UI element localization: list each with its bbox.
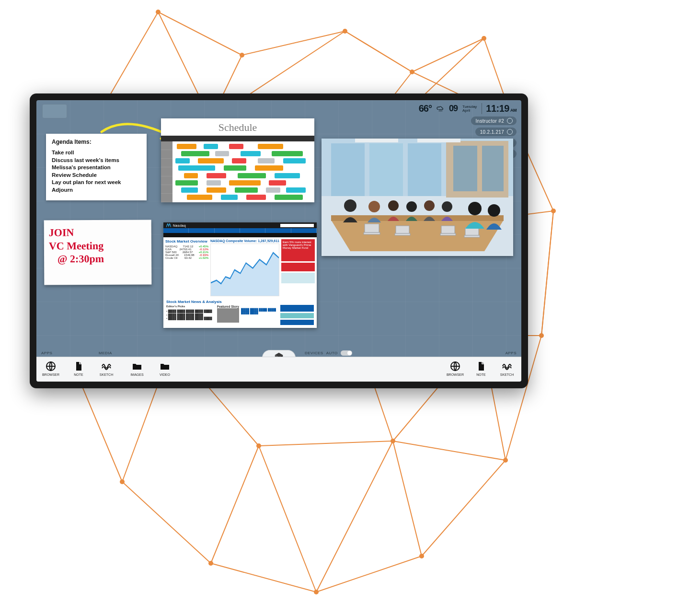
svg-point-1 — [240, 53, 244, 58]
news-blurb[interactable]: • ████ ████ ████ ████ ████ — [166, 310, 214, 314]
browser-header: Nasdaq — [163, 222, 317, 228]
dock-sketch[interactable]: SKETCH — [97, 360, 116, 376]
handnote-line: JOIN — [49, 225, 147, 239]
ad-banner[interactable]: Earn 5% more interest with Vanguard's Pr… — [281, 239, 315, 261]
svg-rect-27 — [408, 143, 441, 196]
day-label: TuesdayApril — [462, 105, 477, 113]
svg-point-48 — [488, 204, 500, 217]
agenda-item: Melissa's presentation — [52, 164, 141, 172]
sync-icon — [507, 118, 513, 124]
news-blurb[interactable]: • ████ ████ ████ ████ ████ — [166, 317, 214, 321]
dock-item-label: VIDEO — [160, 373, 170, 376]
svg-point-45 — [424, 200, 435, 211]
svg-point-8 — [503, 458, 508, 463]
doc-icon — [73, 360, 84, 372]
dock-sketch[interactable]: SKETCH — [497, 360, 517, 376]
svg-point-21 — [256, 443, 261, 448]
svg-point-47 — [468, 202, 482, 215]
svg-rect-29 — [453, 146, 477, 191]
svg-point-11 — [208, 561, 213, 566]
svg-rect-33 — [365, 224, 379, 232]
dock-note[interactable]: NOTE — [471, 360, 491, 376]
schedule-sidebar — [161, 141, 172, 202]
svg-point-7 — [539, 333, 544, 338]
browser-nav[interactable] — [163, 228, 317, 233]
ad-banner[interactable] — [281, 263, 315, 271]
dock-item-label: NOTE — [476, 373, 485, 376]
svg-point-12 — [120, 479, 125, 484]
weather-icon — [437, 105, 444, 113]
dock-item-label: SKETCH — [100, 373, 113, 376]
index-row[interactable]: Crude Oil63.42+1.02% — [165, 256, 208, 259]
dock-label-media: MEDIA — [99, 351, 112, 355]
featured-story-heading: Featured Story — [217, 305, 277, 308]
browser-search-input[interactable] — [280, 224, 314, 227]
svg-point-10 — [314, 590, 319, 594]
dock-item-label: IMAGES — [130, 373, 143, 376]
svg-rect-38 — [440, 233, 456, 235]
doc-icon — [475, 360, 487, 372]
svg-point-44 — [406, 201, 417, 212]
schedule-grid[interactable] — [172, 141, 314, 202]
schedule-title: Schedule — [161, 118, 314, 136]
dock-images[interactable]: IMAGES — [127, 360, 147, 376]
schedule-window[interactable]: Schedule — [161, 118, 314, 202]
agenda-item: Adjourn — [52, 186, 141, 194]
desktop-canvas[interactable]: 66° 09 TuesdayApril 11:19AM Instructor #… — [36, 100, 521, 382]
folder-icon — [131, 360, 143, 372]
globe-icon — [45, 360, 57, 372]
dock-video[interactable]: VIDEO — [155, 360, 174, 376]
nasdaq-logo-icon — [166, 223, 171, 227]
svg-rect-31 — [355, 139, 398, 142]
status-pill[interactable]: 10.2.1.217 — [475, 128, 517, 136]
temperature: 66° — [419, 103, 432, 114]
dock-label-apps-right: APPS — [506, 351, 517, 355]
day-number: 09 — [449, 104, 458, 114]
dock-item-label: NOTE — [74, 373, 83, 376]
agenda-item: Review Schedule — [52, 172, 141, 179]
browser-ads[interactable]: Earn 5% more interest with Vanguard's Pr… — [281, 239, 315, 296]
svg-point-4 — [482, 36, 486, 41]
svg-rect-30 — [482, 146, 504, 191]
svg-rect-26 — [369, 143, 403, 196]
svg-point-6 — [551, 209, 556, 213]
display-monitor: 66° 09 TuesdayApril 11:19AM Instructor #… — [30, 93, 528, 388]
conference-room-illustration — [322, 139, 513, 256]
browser-brand: Nasdaq — [173, 224, 186, 227]
folder-icon — [159, 360, 171, 372]
svg-rect-32 — [417, 139, 460, 142]
news-side-buttons[interactable] — [280, 305, 314, 325]
agenda-note[interactable]: Agenda Items: Take rollDiscuss last week… — [46, 134, 147, 200]
overview-heading: Stock Market Overview — [165, 239, 208, 244]
agenda-item: Take roll — [52, 149, 141, 157]
svg-point-20 — [391, 439, 395, 443]
sync-icon — [507, 129, 513, 135]
ad-banner[interactable] — [281, 273, 315, 283]
wave-icon — [501, 360, 513, 372]
agenda-heading: Agenda Items: — [52, 139, 141, 145]
svg-point-3 — [410, 70, 414, 74]
featured-thumb[interactable] — [217, 308, 239, 323]
dock-browser[interactable]: BROWSER — [41, 360, 60, 376]
market-indices-panel: Stock Market Overview NASDAQ7142.12+0.45… — [165, 239, 208, 296]
dock-browser[interactable]: BROWSER — [446, 360, 465, 376]
dock-note[interactable]: NOTE — [69, 360, 88, 376]
svg-rect-35 — [396, 226, 409, 233]
browser-ticker — [163, 233, 317, 237]
video-conference-window[interactable] — [322, 139, 513, 256]
handwritten-note[interactable]: JOIN VC Meeting @ 2:30pm — [44, 220, 152, 285]
dock-item-label: SKETCH — [500, 373, 514, 376]
schedule-toolbar[interactable] — [161, 136, 314, 141]
status-pill[interactable]: Instructor #2 — [471, 116, 517, 125]
agenda-item: Discuss last week's items — [52, 157, 141, 164]
handnote-line: VC Meeting — [49, 239, 147, 253]
top-left-chip[interactable] — [42, 104, 67, 118]
browser-window-nasdaq[interactable]: Nasdaq Stock Market Overview NASDAQ7142.… — [163, 222, 317, 328]
editors-picks-heading: Editor's Picks — [166, 305, 214, 309]
dock-item-label: BROWSER — [42, 373, 59, 376]
news-heading: Stock Market News & Analysis — [166, 300, 314, 304]
composite-chart[interactable] — [210, 244, 279, 296]
globe-icon — [449, 360, 461, 372]
handnote-line: @ 2:30pm — [49, 252, 147, 266]
clock: 11:19AM — [482, 103, 517, 114]
